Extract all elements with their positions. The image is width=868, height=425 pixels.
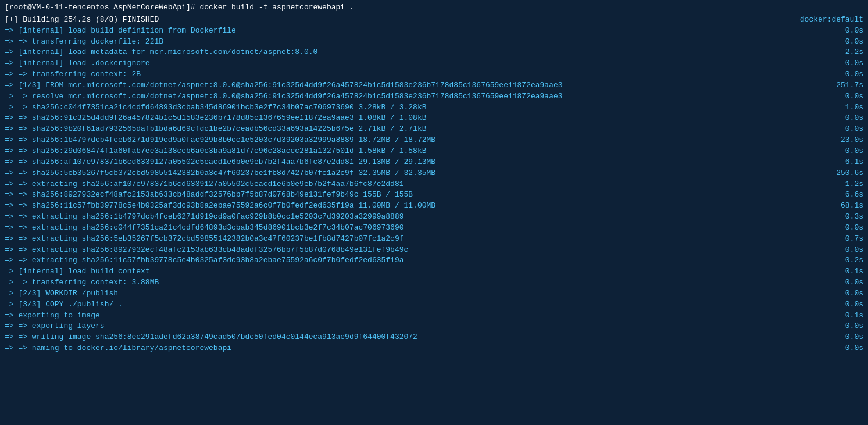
line-content: => => extracting sha256:c044f7351ca21c4c… <box>5 223 823 234</box>
line-content: => => sha256:5eb35267f5cb372cbd598551423… <box>5 168 823 179</box>
line-content: => [internal] load build context <box>5 266 823 277</box>
line-timing: 0.0s <box>823 332 863 343</box>
line-timing: 0.0s <box>823 277 863 288</box>
line-content: => => sha256:9b20f61ad7932565dafb1bda6d6… <box>5 124 823 135</box>
terminal-line: => => naming to docker.io/library/aspnet… <box>5 343 863 354</box>
terminal-line: => => sha256:8927932ecf48afc2153ab633cb4… <box>5 190 863 201</box>
terminal-line: => => sha256:29d068474f1a60fab7ee3a138ce… <box>5 146 863 157</box>
line-content: => => sha256:1b4797dcb4fceb6271d919cd9a0… <box>5 135 823 146</box>
line-timing: 0.0s <box>823 26 863 37</box>
terminal-line: => [internal] load build context0.1s <box>5 266 863 277</box>
terminal-line: => [1/3] FROM mcr.microsoft.com/dotnet/a… <box>5 80 863 91</box>
line-content: => exporting to image <box>5 310 823 322</box>
line-content: => => exporting layers <box>5 321 823 332</box>
line-content: => => naming to docker.io/library/aspnet… <box>5 343 823 354</box>
line-timing: 0.0s <box>823 223 863 234</box>
line-timing: 6.1s <box>823 157 863 168</box>
line-content: => => sha256:af107e978371b6cd6339127a055… <box>5 157 823 168</box>
line-timing: 250.6s <box>823 168 863 179</box>
terminal-line: => => extracting sha256:8927932ecf48afc2… <box>5 245 863 256</box>
line-timing: 6.6s <box>823 190 863 201</box>
terminal-line: => => sha256:c044f7351ca21c4cdfd64893d3c… <box>5 102 863 113</box>
line-timing: 0.0s <box>823 37 863 48</box>
line-timing: 0.0s <box>823 343 863 354</box>
line-content: => => writing image sha256:8ec291adefd62… <box>5 332 823 343</box>
line-content: => => sha256:91c325d4dd9f26a457824b1c5d1… <box>5 113 823 124</box>
line-timing: 0.0s <box>823 321 863 332</box>
line-content: => [internal] load build definition from… <box>5 26 823 37</box>
line-timing: 1.2s <box>823 179 863 190</box>
line-timing: 0.0s <box>823 299 863 310</box>
line-content: => [1/3] FROM mcr.microsoft.com/dotnet/a… <box>5 80 823 91</box>
line-timing: 2.2s <box>823 47 863 58</box>
line-timing: 251.7s <box>823 80 863 91</box>
line-content: [+] Building 254.2s (8/8) FINISHED <box>5 15 159 26</box>
terminal-line: => => extracting sha256:af107e978371b6cd… <box>5 179 863 190</box>
terminal-line: => => resolve mcr.microsoft.com/dotnet/a… <box>5 91 863 102</box>
terminal-line: => [2/3] WORKDIR /publish0.0s <box>5 288 863 299</box>
line-content: => => transferring context: 2B <box>5 69 823 80</box>
line-content: => [internal] load metadata for mcr.micr… <box>5 47 823 58</box>
line-timing: 0.0s <box>823 113 863 124</box>
terminal-line: => => extracting sha256:c044f7351ca21c4c… <box>5 223 863 234</box>
terminal-line: => => exporting layers0.0s <box>5 321 863 332</box>
terminal-line: => => extracting sha256:1b4797dcb4fceb62… <box>5 212 863 223</box>
line-timing: 0.0s <box>823 91 863 102</box>
line-timing: 0.0s <box>823 124 863 135</box>
line-timing: 0.3s <box>823 212 863 223</box>
line-content: => [2/3] WORKDIR /publish <box>5 288 823 299</box>
line-timing: 0.1s <box>823 310 863 322</box>
line-content: => [internal] load .dockerignore <box>5 58 823 69</box>
line-content: => => sha256:11c57fbb39778c5e4b0325af3dc… <box>5 201 823 212</box>
terminal-line: => => sha256:1b4797dcb4fceb6271d919cd9a0… <box>5 135 863 146</box>
terminal-line: => => sha256:9b20f61ad7932565dafb1bda6d6… <box>5 124 863 135</box>
terminal-line: => => sha256:af107e978371b6cd6339127a055… <box>5 157 863 168</box>
line-timing: 0.0s <box>823 69 863 80</box>
terminal-line: => => transferring dockerfile: 221B0.0s <box>5 37 863 48</box>
line-timing: 1.0s <box>823 102 863 113</box>
terminal-line: => => extracting sha256:11c57fbb39778c5e… <box>5 255 863 266</box>
terminal-line: => => extracting sha256:5eb35267f5cb372c… <box>5 234 863 245</box>
line-content: => => extracting sha256:1b4797dcb4fceb62… <box>5 212 823 223</box>
terminal-line: => => transferring context: 3.88MB0.0s <box>5 277 863 288</box>
line-timing: 0.0s <box>823 288 863 299</box>
terminal-line: => [3/3] COPY ./publish/ .0.0s <box>5 299 863 310</box>
terminal-line: => => sha256:5eb35267f5cb372cbd598551423… <box>5 168 863 179</box>
line-content: => => extracting sha256:11c57fbb39778c5e… <box>5 255 823 266</box>
line-timing: 0.1s <box>823 266 863 277</box>
line-content: => => transferring context: 3.88MB <box>5 277 823 288</box>
terminal-line: => exporting to image0.1s <box>5 310 863 322</box>
terminal-line: => [internal] load build definition from… <box>5 26 863 37</box>
terminal-line: [root@VM-0-11-tencentos AspNetCoreWebApi… <box>5 2 863 13</box>
line-timing: docker:default <box>800 15 863 26</box>
line-timing: 0.7s <box>823 234 863 245</box>
line-timing: 0.0s <box>823 58 863 69</box>
terminal-line: => => sha256:91c325d4dd9f26a457824b1c5d1… <box>5 113 863 124</box>
line-content: => => extracting sha256:8927932ecf48afc2… <box>5 245 823 256</box>
line-content: => => extracting sha256:5eb35267f5cb372c… <box>5 234 823 245</box>
line-content: => => transferring dockerfile: 221B <box>5 37 823 48</box>
line-timing: 68.1s <box>823 201 863 212</box>
terminal-line: => [internal] load .dockerignore0.0s <box>5 58 863 69</box>
terminal-line: => [internal] load metadata for mcr.micr… <box>5 47 863 58</box>
line-timing: 0.2s <box>823 255 863 266</box>
line-timing: 23.0s <box>823 135 863 146</box>
line-content: => => sha256:c044f7351ca21c4cdfd64893d3c… <box>5 102 823 113</box>
line-content: => => resolve mcr.microsoft.com/dotnet/a… <box>5 91 823 102</box>
terminal-line: => => writing image sha256:8ec291adefd62… <box>5 332 863 343</box>
line-timing: 0.0s <box>823 146 863 157</box>
terminal: [root@VM-0-11-tencentos AspNetCoreWebApi… <box>0 0 868 425</box>
terminal-line: => => sha256:11c57fbb39778c5e4b0325af3dc… <box>5 201 863 212</box>
line-timing: 0.0s <box>823 245 863 256</box>
terminal-line: => => transferring context: 2B0.0s <box>5 69 863 80</box>
line-content: => => sha256:8927932ecf48afc2153ab633cb4… <box>5 190 823 201</box>
terminal-line: [+] Building 254.2s (8/8) FINISHEDdocker… <box>5 15 863 26</box>
line-content: => => sha256:29d068474f1a60fab7ee3a138ce… <box>5 146 823 157</box>
line-content: => [3/3] COPY ./publish/ . <box>5 299 823 310</box>
line-content: => => extracting sha256:af107e978371b6cd… <box>5 179 823 190</box>
